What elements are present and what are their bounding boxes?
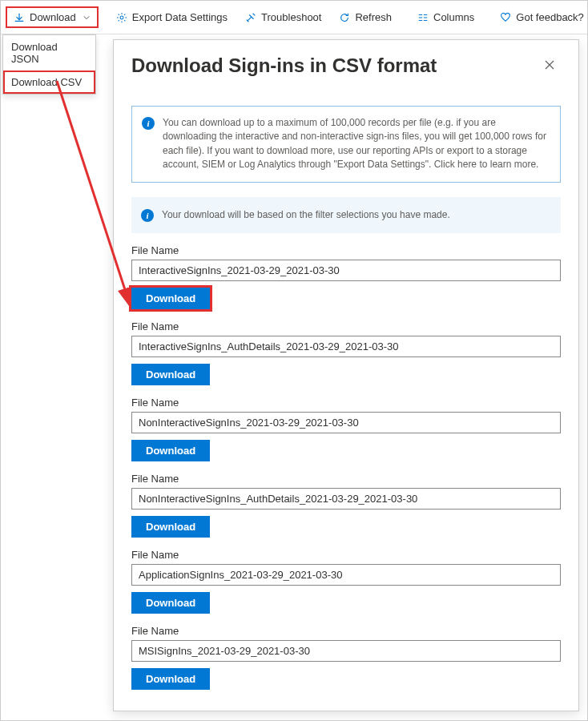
download-button[interactable]: Download [131,288,210,309]
info-box-filter: Your download will be based on the filte… [131,197,561,233]
info-icon [141,209,154,222]
refresh-label: Refresh [355,11,392,23]
download-icon [14,12,25,23]
panel-header: Download Sign-ins in CSV format [114,40,578,91]
file-field-block: File NameDownload [131,244,561,309]
file-name-label: File Name [131,244,561,256]
file-name-input[interactable] [131,488,561,510]
close-button[interactable] [540,55,559,77]
panel-title: Download Sign-ins in CSV format [131,54,437,77]
file-name-label: File Name [131,320,561,332]
file-name-input[interactable] [131,336,561,357]
gear-icon [116,12,127,23]
info-text-filter: Your download will be based on the filte… [162,208,450,222]
file-name-input[interactable] [131,260,561,281]
file-field-block: File NameDownload [131,320,561,385]
info-box-limits: You can download up to a maximum of 100,… [131,106,561,183]
download-button[interactable]: Download [131,440,210,461]
chevron-down-icon [83,14,91,22]
file-name-input[interactable] [131,564,561,586]
file-name-input[interactable] [131,412,561,433]
download-button[interactable]: Download [131,364,210,385]
troubleshoot-button[interactable]: Troubleshoot [237,6,329,28]
download-label: Download [30,11,76,23]
close-icon [543,58,556,71]
download-csv-option[interactable]: Download CSV [3,70,95,94]
file-name-label: File Name [131,473,561,485]
file-name-input[interactable] [131,640,561,662]
download-json-option[interactable]: Download JSON [3,35,95,70]
columns-label: Columns [433,11,474,23]
download-csv-panel: Download Sign-ins in CSV format You can … [113,39,579,711]
download-dropdown-button[interactable]: Download [6,6,99,28]
file-field-block: File NameDownload [131,473,561,538]
download-button[interactable]: Download [131,516,210,538]
toolbar: Download Export Data Settings Troublesho… [1,1,587,34]
info-icon [142,117,155,130]
download-dropdown-menu: Download JSON Download CSV [2,34,96,95]
export-data-settings-button[interactable]: Export Data Settings [108,6,236,28]
refresh-icon [339,12,350,23]
file-name-label: File Name [131,397,561,409]
feedback-label: Got feedback? [516,11,584,23]
info-text-limits: You can download up to a maximum of 100,… [163,116,549,172]
file-field-block: File NameDownload [131,625,561,690]
export-label: Export Data Settings [132,11,228,23]
file-field-block: File NameDownload [131,549,561,614]
file-name-label: File Name [131,625,561,637]
feedback-button[interactable]: Got feedback? [492,6,588,28]
tools-icon [245,12,256,23]
file-field-block: File NameDownload [131,397,561,461]
panel-body: You can download up to a maximum of 100,… [114,91,578,706]
download-button[interactable]: Download [131,592,210,614]
file-name-label: File Name [131,549,561,561]
svg-point-0 [120,16,123,19]
columns-icon [417,12,429,23]
heart-icon [500,12,511,23]
download-button[interactable]: Download [131,668,210,690]
columns-button[interactable]: Columns [409,6,482,28]
troubleshoot-label: Troubleshoot [261,11,321,23]
refresh-button[interactable]: Refresh [331,6,400,28]
